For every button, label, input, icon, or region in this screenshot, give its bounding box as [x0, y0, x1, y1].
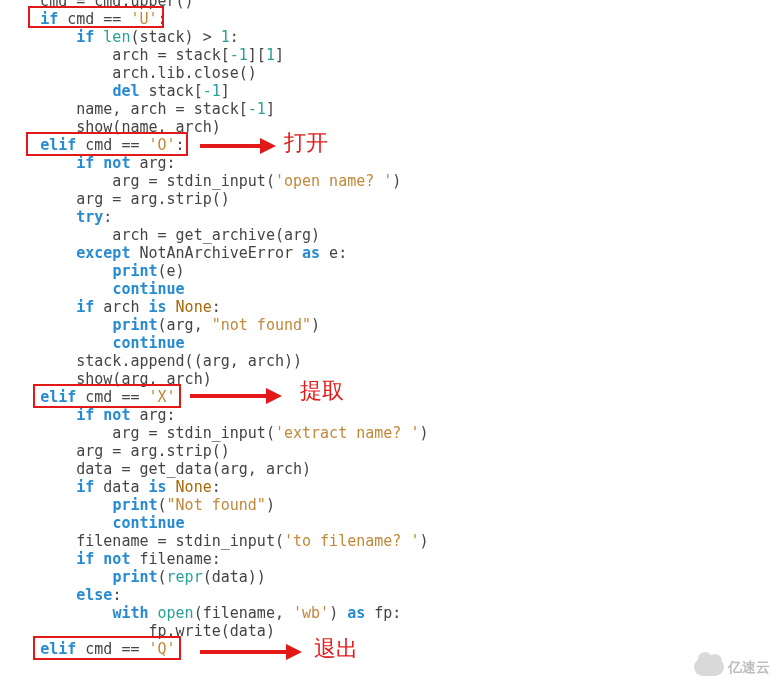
annotation-box-elif-x — [33, 384, 181, 408]
annotation-box-elif-o — [26, 132, 188, 156]
watermark-text: 亿速云 — [728, 658, 770, 676]
code-block: cmd = cmd.upper() if cmd == 'U': if len(… — [4, 0, 428, 658]
watermark: 亿速云 — [694, 658, 770, 676]
annotation-label-open: 打开 — [284, 134, 328, 152]
annotation-label-quit: 退出 — [314, 640, 358, 658]
annotation-box-elif-q — [33, 636, 181, 660]
annotation-label-extract: 提取 — [300, 382, 344, 400]
annotation-box-if-u — [28, 6, 164, 28]
cloud-icon — [694, 658, 724, 676]
